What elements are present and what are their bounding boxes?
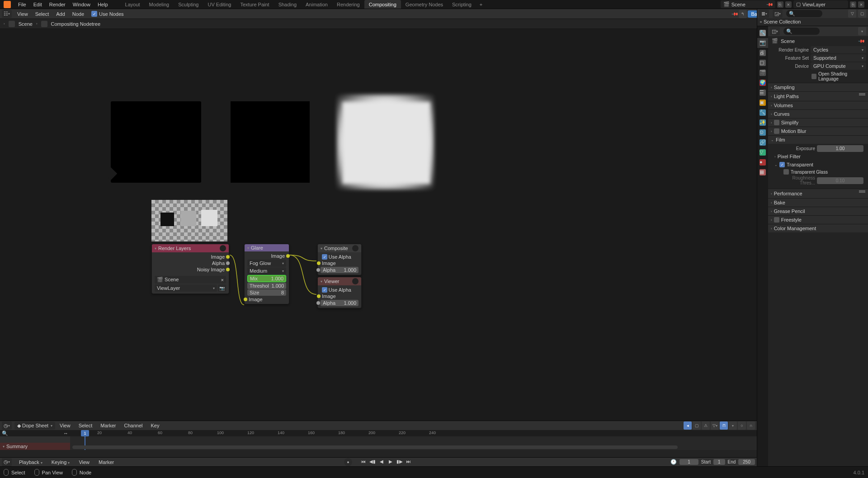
viewlayer-new-button[interactable]: ⎘ <box>850 1 856 8</box>
pin-tree-icon[interactable]: 📌 <box>731 10 738 17</box>
alpha-field[interactable]: Alpha1.000 <box>321 267 359 273</box>
search-icon[interactable]: 🔍 <box>2 431 8 436</box>
new-collection-button[interactable]: ▢ <box>858 9 866 18</box>
tab-modeling[interactable]: Modeling <box>145 0 174 9</box>
panel-simplify[interactable]: ›Simplify <box>768 118 868 127</box>
panel-curves[interactable]: ›Curves <box>768 109 868 118</box>
show-selected-button[interactable]: ◂ <box>684 421 692 430</box>
scene-field[interactable]: 🎬 Scene× <box>155 276 226 284</box>
properties-search[interactable]: 🔍 <box>783 28 820 35</box>
list-icon[interactable] <box>859 190 865 197</box>
node-render-layers[interactable]: ▾Render Layers Image Alpha Noisy Image 🎬… <box>151 244 229 294</box>
tab-tool[interactable]: 🔧 <box>757 28 768 38</box>
sphere-preview-icon[interactable] <box>220 245 226 251</box>
tab-material[interactable]: ● <box>757 157 768 167</box>
socket-alpha-out[interactable]: Alpha <box>153 260 227 266</box>
socket-image-out[interactable]: Image <box>153 254 227 260</box>
dope-scrollbar[interactable] <box>72 445 678 449</box>
use-alpha-row[interactable]: ✓ Use Alpha <box>319 287 360 293</box>
panel-grease-pencil[interactable]: ›Grease Pencil <box>768 207 868 215</box>
simplify-checkbox[interactable] <box>774 120 779 125</box>
transparent-glass-checkbox[interactable] <box>783 169 789 175</box>
timeline-playback[interactable]: Playback ▾ <box>15 459 46 465</box>
scene-new-button[interactable]: ⎘ <box>777 1 783 8</box>
add-workspace-button[interactable]: + <box>476 2 486 7</box>
breadcrumb-scene[interactable]: Scene <box>19 21 33 27</box>
tab-geometry[interactable]: Geometry Nodes <box>401 0 448 9</box>
nodebar-node[interactable]: Node <box>69 11 88 17</box>
node-header[interactable]: ▾Glare <box>245 244 289 251</box>
device-select[interactable]: GPU Compute▾ <box>811 62 866 70</box>
scene-delete-button[interactable]: × <box>785 1 792 8</box>
nodebar-view[interactable]: View <box>14 11 32 17</box>
panel-freestyle[interactable]: ›Freestyle <box>768 215 868 224</box>
tab-compositing[interactable]: Compositing <box>364 0 401 9</box>
play-reverse-button[interactable]: ◀ <box>377 458 386 465</box>
use-alpha-row[interactable]: ✓ Use Alpha <box>319 254 360 260</box>
node-header[interactable]: ▾Viewer <box>318 277 361 285</box>
node-viewer[interactable]: ▾Viewer ✓ Use Alpha Image Alpha1.000 <box>317 277 362 308</box>
end-frame-field[interactable]: 250 <box>738 459 755 465</box>
use-nodes-checkbox[interactable]: ✓ <box>91 11 97 17</box>
render-engine-select[interactable]: Cycles▾ <box>811 46 866 53</box>
tab-world[interactable]: 🌍 <box>757 78 768 88</box>
jump-start-button[interactable]: ⏮ <box>359 458 368 465</box>
mix-field[interactable]: Mix1.000 <box>247 275 286 282</box>
outliner-editor-selector[interactable]: ≣▾ <box>759 9 769 18</box>
glare-quality-select[interactable]: Medium▾ <box>247 267 286 274</box>
timeline-editor-selector[interactable]: ◷▾ <box>2 458 12 466</box>
outliner-display-mode[interactable]: ◲▾ <box>773 9 783 18</box>
snap-type[interactable]: ▾ <box>729 421 737 430</box>
nodebar-select[interactable]: Select <box>32 11 53 17</box>
threshold-field[interactable]: Threshol1.000 <box>247 283 286 289</box>
dope-key[interactable]: Key <box>147 423 163 428</box>
tab-texture[interactable]: ▦ <box>757 167 768 177</box>
panel-volumes[interactable]: ›Volumes <box>768 101 868 109</box>
sphere-preview-icon[interactable] <box>352 278 359 284</box>
freestyle-checkbox[interactable] <box>774 217 779 222</box>
node-glare[interactable]: ▾Glare Image Fog Glow▾ Medium▾ Mix1.000 … <box>244 244 289 304</box>
tab-modifier[interactable]: 🔧 <box>757 108 768 118</box>
scene-selector[interactable]: 🎬 Scene 📌 <box>721 0 775 8</box>
proportional-type[interactable]: ∩ <box>747 421 755 430</box>
options-button[interactable]: ▾ <box>858 27 866 35</box>
tab-render[interactable]: 📷 <box>757 38 768 48</box>
socket-image-in[interactable]: Image <box>319 293 360 299</box>
node-editor-viewport[interactable]: ▾Render Layers Image Alpha Noisy Image 🎬… <box>0 29 757 421</box>
socket-image-in[interactable]: Image <box>246 296 288 303</box>
show-errors-button[interactable]: ⚠ <box>702 421 710 430</box>
play-button[interactable]: ▶ <box>387 458 395 465</box>
pin-icon[interactable]: 📌 <box>858 37 865 44</box>
panel-performance[interactable]: ›Performance <box>768 189 868 198</box>
summary-row[interactable]: ▾Summary <box>0 443 70 450</box>
outliner-row-scene-collection[interactable]: ▫ Scene Collection <box>757 18 868 25</box>
panel-film[interactable]: ⌄Film <box>768 135 868 144</box>
socket-noisy-out[interactable]: Noisy Image <box>153 266 227 273</box>
exposure-field[interactable]: 1.00 <box>817 145 863 152</box>
feature-set-select[interactable]: Supported▾ <box>811 54 866 62</box>
pin-icon[interactable]: 📌 <box>766 0 774 8</box>
editor-type-selector[interactable]: ☷▾ <box>2 10 12 18</box>
panel-pixel-filter[interactable]: ›Pixel Filter <box>774 152 865 161</box>
tab-physics[interactable]: ⊙ <box>757 128 768 137</box>
current-frame-field[interactable]: 1 <box>679 459 698 465</box>
render-button[interactable]: 📷 <box>218 284 226 292</box>
viewlayer-delete-button[interactable]: × <box>858 1 864 8</box>
tab-uv[interactable]: UV Editing <box>203 0 236 9</box>
list-icon[interactable] <box>859 93 865 99</box>
breadcrumb-tree[interactable]: Compositing Nodetree <box>51 21 100 27</box>
roughness-field[interactable]: 0.10 <box>817 177 863 184</box>
timeline-ruler[interactable]: 20 40 60 80 100 120 140 160 180 200 220 … <box>70 430 757 436</box>
timeline-marker[interactable]: Marker <box>95 459 118 465</box>
tab-output[interactable]: 🖨 <box>757 48 768 58</box>
prev-keyframe-button[interactable]: ◀▮ <box>368 458 377 465</box>
node-header[interactable]: ▾Composite <box>318 244 361 252</box>
filter-button[interactable]: ▽ <box>848 9 856 18</box>
dope-marker[interactable]: Marker <box>97 423 119 428</box>
panel-light-paths[interactable]: ›Light Paths <box>768 91 868 101</box>
menu-file[interactable]: File <box>14 2 30 7</box>
dope-channel[interactable]: Channel <box>120 423 146 428</box>
timeline-keying[interactable]: Keying ▾ <box>48 459 74 465</box>
tab-scene[interactable]: 🎬 <box>757 68 768 78</box>
tab-layout[interactable]: Layout <box>121 0 145 9</box>
